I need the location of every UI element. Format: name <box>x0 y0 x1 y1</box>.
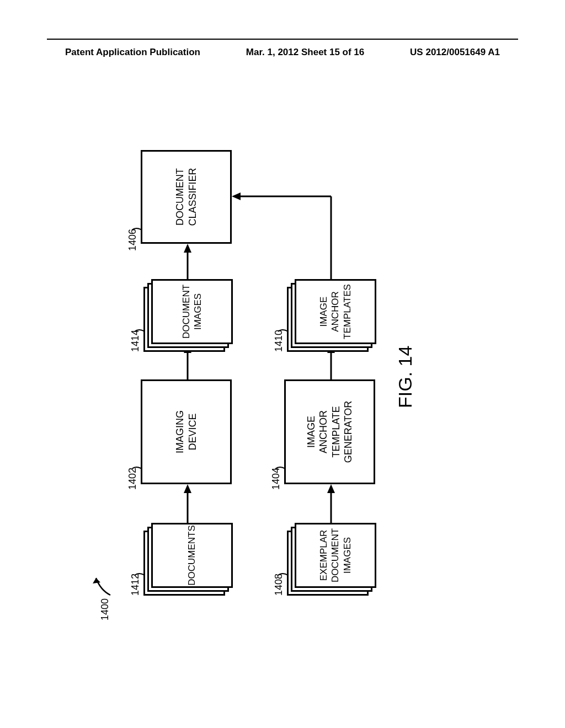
document-classifier-text: DOCUMENT CLASSIFIER <box>174 168 199 226</box>
document-images-text: DOCUMENT IMAGES <box>180 285 204 339</box>
template-generator-text: IMAGE ANCHOR TEMPLATE GENERATOR <box>305 401 355 463</box>
imaging-device-box: IMAGING DEVICE <box>141 379 232 484</box>
header-left: Patent Application Publication <box>65 47 200 58</box>
arrow-docimages-to-classifier <box>182 244 193 279</box>
documents-text: DOCUMENTS <box>186 525 198 586</box>
ref-classifier-leader <box>131 220 143 231</box>
header-center: Mar. 1, 2012 Sheet 15 of 16 <box>246 47 365 58</box>
ref-documents: 1412 <box>130 574 141 596</box>
svg-marker-13 <box>232 192 241 200</box>
svg-marker-0 <box>93 578 100 584</box>
exemplar-images-text: EXEMPLAR DOCUMENT IMAGES <box>318 528 353 582</box>
arrow-documents-to-imaging <box>182 484 193 523</box>
header-rule <box>47 39 518 40</box>
exemplar-images-stack: EXEMPLAR DOCUMENT IMAGES <box>287 524 375 596</box>
page-header: Patent Application Publication Mar. 1, 2… <box>0 47 565 58</box>
ref-exemplar-leader <box>277 565 289 576</box>
ref-template-generator: 1404 <box>270 468 282 490</box>
svg-marker-6 <box>184 244 191 253</box>
template-generator-box: IMAGE ANCHOR TEMPLATE GENERATOR <box>284 379 375 484</box>
ref-exemplar-images: 1408 <box>273 574 285 596</box>
svg-marker-8 <box>327 484 335 493</box>
ref-imaging-device: 1402 <box>127 468 138 490</box>
ref-overall: 1400 <box>99 598 111 620</box>
svg-marker-2 <box>184 484 191 493</box>
document-classifier-box: DOCUMENT CLASSIFIER <box>141 150 232 244</box>
documents-stack: DOCUMENTS <box>143 524 232 596</box>
header-right: US 2012/0051649 A1 <box>410 47 500 58</box>
ref-generator-leader <box>274 459 286 470</box>
ref-document-images: 1414 <box>130 330 141 352</box>
arrow-templates-to-classifier <box>232 191 337 279</box>
ref-templates-leader <box>277 322 289 333</box>
figure-label: FIG. 14 <box>395 346 416 408</box>
ref-docimages-leader <box>134 322 146 333</box>
ref-document-classifier: 1406 <box>127 229 138 251</box>
document-images-stack: DOCUMENT IMAGES <box>143 280 232 352</box>
ref-documents-leader <box>134 565 146 576</box>
block-diagram: 1400 DOCUMENTS 1412 IMAGING DEVICE 1402 <box>77 105 475 612</box>
anchor-templates-stack: IMAGE ANCHOR TEMPLATES <box>287 280 375 352</box>
ref-anchor-templates: 1410 <box>273 330 285 352</box>
anchor-templates-text: IMAGE ANCHOR TEMPLATES <box>318 284 353 339</box>
arrow-exemplar-to-generator <box>326 484 337 523</box>
ref-imaging-leader <box>131 459 143 470</box>
figure-area: 1400 DOCUMENTS 1412 IMAGING DEVICE 1402 <box>22 160 530 557</box>
ref-overall-leader <box>94 569 116 597</box>
imaging-device-text: IMAGING DEVICE <box>174 410 199 453</box>
